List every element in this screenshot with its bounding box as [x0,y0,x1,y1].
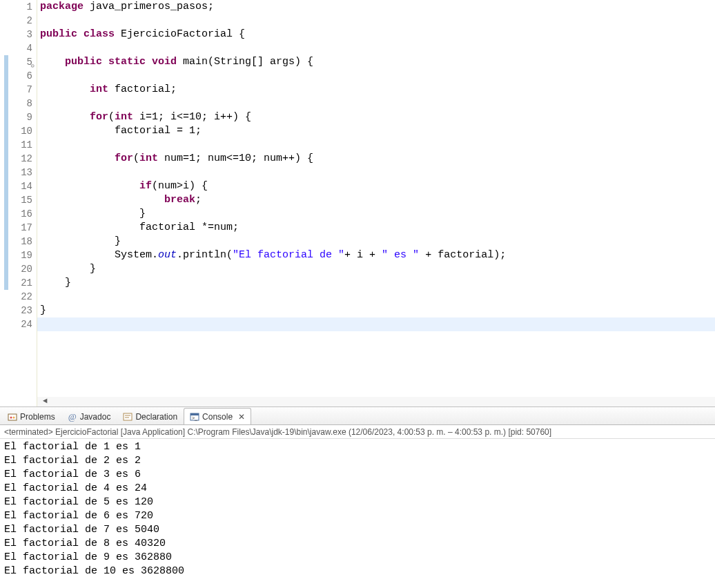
line-number: 16 [11,207,32,221]
line-number: 23 [11,304,32,317]
code-line[interactable] [37,69,715,83]
code-line[interactable] [37,14,715,28]
code-line[interactable]: } [37,304,715,317]
line-number: 18 [11,235,32,248]
code-line[interactable]: break; [37,193,715,207]
code-line[interactable]: for(int num=1; num<=10; num++) { [37,152,715,166]
line-number: 3 [11,28,32,41]
scroll-left-arrow-icon[interactable]: ◄ [43,397,48,405]
code-line[interactable] [37,97,715,110]
declaration-icon [123,412,133,422]
code-line[interactable]: public class EjercicioFactorial { [37,28,715,41]
line-number: 17 [11,221,32,235]
code-line[interactable] [37,317,715,331]
svg-text:>_: >_ [192,415,197,421]
close-icon[interactable]: ✕ [238,412,245,422]
line-number: 8 [11,97,32,110]
line-number: 5⊖ [11,55,32,69]
line-number: 13 [11,166,32,179]
code-line[interactable]: } [37,276,715,290]
code-line[interactable]: } [37,262,715,276]
svg-rect-0 [8,414,17,420]
console-icon: >_ [190,412,199,422]
line-number: 24 [11,317,32,331]
tab-declaration[interactable]: Declaration [117,408,184,424]
tab-label: Problems [20,412,55,422]
bottom-panel-tabs: Problems@JavadocDeclaration>_Console✕ [0,407,715,425]
line-number: 14 [11,179,32,193]
line-number: 20 [11,262,32,276]
line-number: 22 [11,290,32,304]
code-line[interactable]: if(num>i) { [37,179,715,193]
horizontal-scrollbar[interactable]: ◄ [37,397,715,406]
code-line[interactable]: factorial = 1; [37,124,715,138]
code-line[interactable]: package java_primeros_pasos; [37,0,715,14]
code-editor[interactable]: 12345⊖6789101112131415161718192021222324… [0,0,715,407]
tab-label: Javadoc [80,412,111,422]
line-number: 2 [11,14,32,28]
tab-problems[interactable]: Problems [1,408,61,424]
line-number: 11 [11,138,32,152]
code-line[interactable]: public static void main(String[] args) { [37,55,715,69]
tab-label: Declaration [135,412,177,422]
line-number: 4 [11,41,32,55]
code-line[interactable] [37,166,715,179]
problems-icon [8,412,17,422]
svg-point-1 [10,416,12,418]
console-output[interactable]: El factorial de 1 es 1 El factorial de 2… [0,439,715,580]
code-line[interactable] [37,41,715,55]
line-number: 19 [11,248,32,262]
code-line[interactable]: factorial *=num; [37,221,715,235]
code-line[interactable]: for(int i=1; i<=10; i++) { [37,110,715,124]
line-number: 21 [11,276,32,290]
code-area[interactable]: package java_primeros_pasos;public class… [37,0,715,406]
line-number: 12 [11,152,32,166]
line-number: 6 [11,69,32,83]
line-number: 10 [11,124,32,138]
console-status-line: <terminated> EjercicioFactorial [Java Ap… [0,425,715,439]
line-number: 9 [11,110,32,124]
line-number: 7 [11,83,32,97]
line-number: 1 [11,0,32,14]
line-number: 15 [11,193,32,207]
code-line[interactable]: } [37,207,715,221]
code-line[interactable] [37,290,715,304]
line-number-gutter[interactable]: 12345⊖6789101112131415161718192021222324 [11,0,37,406]
tab-label: Console [202,412,233,422]
code-line[interactable] [37,138,715,152]
tab-console[interactable]: >_Console✕ [184,408,251,424]
marker-bar [0,0,11,406]
code-line[interactable]: System.out.println("El factorial de "+ i… [37,248,715,262]
svg-rect-3 [124,413,132,420]
javadoc-icon: @ [68,412,77,422]
code-line[interactable]: int factorial; [37,83,715,97]
code-line[interactable]: } [37,235,715,248]
tab-javadoc[interactable]: @Javadoc [61,408,117,424]
svg-point-2 [13,416,15,418]
